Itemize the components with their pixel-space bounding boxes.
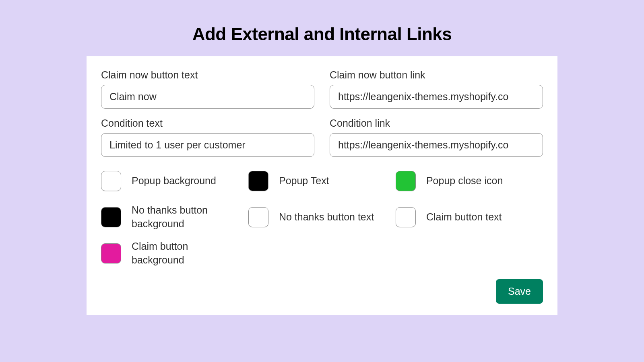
claim-btn-text-item: Claim button text [396,202,543,232]
no-thanks-bg-item: No thanks button background [101,202,248,232]
page-title: Add External and Internal Links [0,0,644,56]
condition-link-field: Condition link [330,117,543,157]
claim-link-field: Claim now button link [330,69,543,109]
claim-link-input[interactable] [330,85,543,109]
no-thanks-bg-label: No thanks button background [132,204,240,231]
claim-text-input[interactable] [101,85,314,109]
popup-bg-swatch[interactable] [101,171,121,191]
settings-card: Claim now button text Claim now button l… [87,56,557,315]
popup-text-label: Popup Text [279,174,329,188]
condition-text-input[interactable] [101,133,314,157]
popup-close-label: Popup close icon [426,174,503,188]
no-thanks-text-item: No thanks button text [248,202,396,232]
popup-close-item: Popup close icon [396,166,543,196]
claim-btn-text-label: Claim button text [426,210,502,224]
claim-btn-text-swatch[interactable] [396,207,416,227]
condition-text-label: Condition text [101,117,314,129]
claim-btn-bg-swatch[interactable] [101,243,121,263]
popup-text-item: Popup Text [248,166,396,196]
popup-text-swatch[interactable] [248,171,268,191]
claim-text-field: Claim now button text [101,69,314,109]
save-button[interactable]: Save [496,279,543,304]
claim-link-label: Claim now button link [330,69,543,81]
claim-btn-bg-item: Claim button background [101,238,248,269]
condition-link-label: Condition link [330,117,543,129]
no-thanks-bg-swatch[interactable] [101,207,121,227]
condition-text-field: Condition text [101,117,314,157]
popup-close-swatch[interactable] [396,171,416,191]
popup-bg-item: Popup background [101,166,248,196]
popup-bg-label: Popup background [132,174,216,188]
condition-link-input[interactable] [330,133,543,157]
no-thanks-text-swatch[interactable] [248,207,268,227]
claim-btn-bg-label: Claim button background [132,240,240,267]
claim-text-label: Claim now button text [101,69,314,81]
no-thanks-text-label: No thanks button text [279,210,374,224]
